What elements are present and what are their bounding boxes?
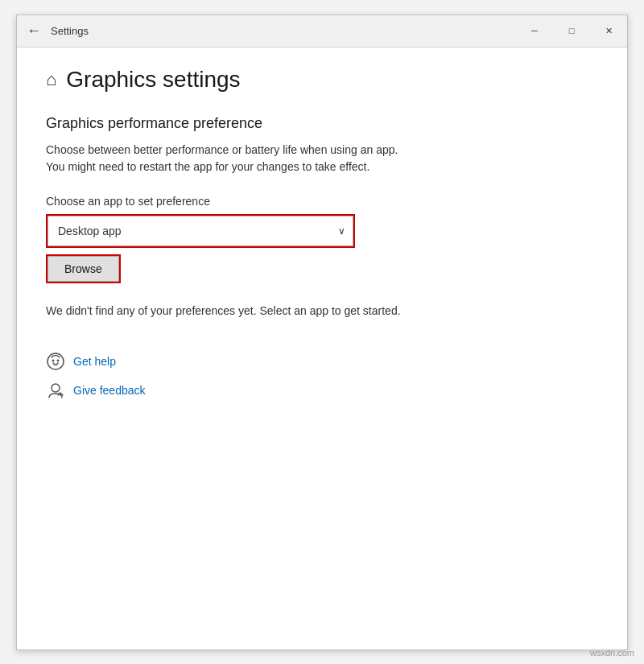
close-button[interactable]: ✕ <box>590 15 627 47</box>
give-feedback-item[interactable]: Give feedback <box>46 381 598 400</box>
no-preferences-text: We didn't find any of your preferences y… <box>46 303 598 320</box>
description-line1: Choose between better performance or bat… <box>46 143 398 156</box>
svg-point-2 <box>57 359 60 361</box>
footer-links: Get help Give feedback <box>46 352 598 400</box>
back-button[interactable]: ← <box>27 23 41 38</box>
browse-wrapper: Browse <box>46 254 121 283</box>
get-help-item[interactable]: Get help <box>46 352 598 371</box>
titlebar: ← Settings ─ □ ✕ <box>17 15 627 47</box>
svg-point-1 <box>52 359 55 361</box>
minimize-button[interactable]: ─ <box>516 15 553 47</box>
titlebar-left: ← Settings <box>27 23 89 38</box>
get-help-link[interactable]: Get help <box>73 355 116 368</box>
browse-button[interactable]: Browse <box>47 256 119 282</box>
svg-point-3 <box>52 384 60 392</box>
get-help-icon <box>46 352 65 371</box>
home-icon: ⌂ <box>46 69 56 90</box>
dropdown-container: Desktop app Microsoft Store app ∨ <box>47 216 353 246</box>
section-title: Graphics performance preference <box>46 115 598 132</box>
main-content: ⌂ Graphics settings Graphics performance… <box>17 47 627 650</box>
description-line2: You might need to restart the app for yo… <box>46 160 369 173</box>
give-feedback-icon <box>46 381 65 400</box>
window-title: Settings <box>51 25 89 37</box>
dropdown-wrapper: Desktop app Microsoft Store app ∨ <box>46 214 355 248</box>
page-header: ⌂ Graphics settings <box>46 67 598 93</box>
watermark: wsxdn.com <box>590 648 634 658</box>
window-controls: ─ □ ✕ <box>516 15 627 47</box>
app-type-dropdown[interactable]: Desktop app Microsoft Store app <box>47 216 353 246</box>
maximize-button[interactable]: □ <box>553 15 590 47</box>
settings-window: ← Settings ─ □ ✕ ⌂ Graphics settings Gra… <box>16 14 628 650</box>
choose-label: Choose an app to set preference <box>46 195 598 208</box>
page-title: Graphics settings <box>66 67 240 93</box>
description: Choose between better performance or bat… <box>46 142 598 175</box>
give-feedback-link[interactable]: Give feedback <box>73 384 146 397</box>
